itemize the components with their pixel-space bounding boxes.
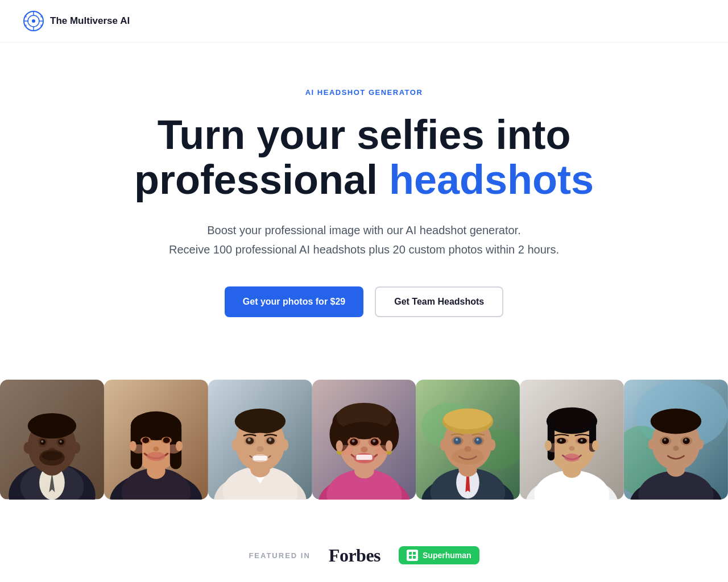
- svg-point-44: [153, 447, 159, 451]
- svg-point-67: [282, 439, 288, 451]
- svg-point-23: [41, 440, 43, 443]
- forbes-text: Forbes: [329, 545, 380, 566]
- svg-point-41: [142, 438, 149, 443]
- navbar: The Multiverse AI: [0, 0, 728, 43]
- svg-point-66: [231, 439, 238, 451]
- hero-subtitle-line1: Boost your professional image with our A…: [207, 224, 520, 236]
- forbes-logo: Forbes: [329, 545, 380, 566]
- svg-point-43: [147, 452, 166, 461]
- hero-title-line2: professional headshots: [134, 157, 594, 202]
- svg-point-8: [40, 15, 43, 18]
- svg-point-47: [130, 441, 136, 451]
- featured-label: FEATURED IN: [249, 551, 310, 560]
- svg-point-142: [651, 409, 701, 434]
- svg-point-111: [452, 448, 484, 464]
- svg-point-129: [569, 446, 575, 451]
- featured-section: FEATURED IN Forbes Superhuman: [0, 534, 728, 582]
- svg-point-108: [456, 439, 458, 441]
- svg-point-7: [24, 15, 27, 18]
- hero-section: AI HEADSHOT GENERATOR Turn your selfies …: [0, 43, 728, 380]
- svg-point-107: [475, 438, 482, 444]
- svg-point-151: [697, 439, 704, 450]
- superhuman-icon: [407, 550, 418, 561]
- svg-point-112: [440, 439, 447, 451]
- hero-subtitle: Boost your professional image with our A…: [23, 221, 705, 259]
- svg-rect-154: [409, 556, 412, 559]
- svg-point-113: [489, 439, 495, 451]
- svg-rect-85: [356, 455, 372, 460]
- headshot-photo-6: [520, 380, 624, 499]
- svg-point-130: [565, 454, 580, 462]
- cta-secondary-button[interactable]: Get Team Headshots: [375, 286, 503, 317]
- svg-point-127: [560, 439, 562, 442]
- svg-point-145: [662, 438, 669, 444]
- svg-point-48: [176, 441, 183, 451]
- svg-point-134: [592, 440, 599, 451]
- svg-point-2: [32, 19, 35, 23]
- svg-point-42: [163, 438, 169, 443]
- hero-title-accent: headshots: [389, 157, 594, 202]
- svg-point-83: [373, 440, 375, 443]
- hero-subtitle-line2: Receive 100 professional AI headshots pl…: [169, 243, 559, 256]
- headshot-photo-4: [312, 380, 416, 499]
- svg-point-55: [234, 409, 285, 434]
- cta-primary-button[interactable]: Get your photos for $29: [225, 286, 363, 317]
- svg-point-133: [545, 440, 552, 451]
- superhuman-badge: Superhuman: [399, 546, 479, 564]
- headshot-photo-1: [0, 380, 104, 499]
- svg-point-10: [40, 24, 43, 27]
- svg-point-62: [268, 438, 271, 441]
- hero-title: Turn your selfies into professional head…: [108, 113, 620, 202]
- superhuman-text: Superhuman: [423, 551, 471, 560]
- logo-text: The Multiverse AI: [50, 15, 130, 27]
- svg-point-29: [24, 442, 32, 454]
- hero-badge: AI HEADSHOT GENERATOR: [23, 88, 705, 97]
- svg-point-86: [361, 447, 367, 452]
- svg-rect-152: [409, 552, 412, 555]
- svg-rect-65: [253, 456, 267, 460]
- svg-point-109: [477, 439, 479, 441]
- svg-point-149: [673, 446, 679, 451]
- svg-point-30: [72, 442, 80, 454]
- headshot-photo-2: [104, 380, 208, 499]
- svg-point-24: [60, 440, 62, 443]
- svg-point-63: [257, 446, 263, 452]
- logo[interactable]: The Multiverse AI: [23, 10, 130, 32]
- svg-point-91: [336, 440, 342, 452]
- headshot-photo-5: [416, 380, 520, 499]
- svg-point-103: [444, 409, 492, 430]
- svg-point-9: [24, 24, 27, 27]
- svg-point-146: [683, 438, 690, 444]
- svg-point-128: [581, 439, 583, 442]
- hero-title-part2: professional: [134, 157, 389, 202]
- svg-point-61: [247, 438, 250, 441]
- svg-point-77: [341, 422, 387, 439]
- svg-point-120: [548, 408, 596, 431]
- headshot-photo-3: [208, 380, 312, 499]
- svg-rect-155: [413, 556, 416, 559]
- svg-point-28: [28, 413, 76, 439]
- svg-point-150: [648, 439, 655, 450]
- photos-strip: [0, 380, 728, 499]
- logo-icon: [23, 10, 44, 32]
- svg-rect-121: [548, 420, 555, 460]
- svg-point-148: [685, 439, 687, 441]
- svg-point-147: [664, 439, 666, 441]
- headshot-photo-7: [624, 380, 728, 499]
- svg-point-92: [386, 440, 392, 452]
- cta-buttons: Get your photos for $29 Get Team Headsho…: [23, 286, 705, 317]
- svg-point-106: [454, 438, 461, 444]
- svg-rect-153: [413, 552, 416, 555]
- hero-title-line1: Turn your selfies into: [158, 112, 571, 157]
- svg-point-27: [42, 451, 63, 460]
- svg-point-82: [351, 440, 354, 443]
